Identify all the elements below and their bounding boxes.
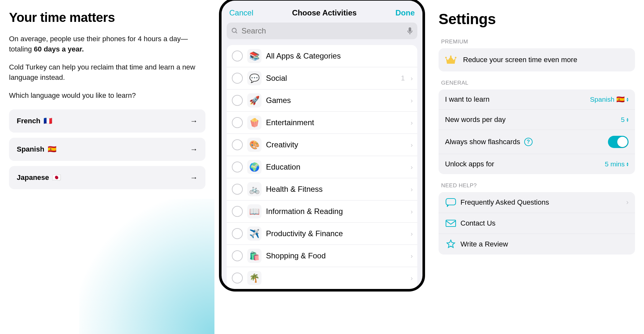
category-icon: 📚 <box>247 49 261 63</box>
activity-row[interactable]: 🌴› <box>227 267 417 289</box>
premium-section-header: PREMIUM <box>441 39 632 45</box>
activity-row[interactable]: ✈️Productivity & Finance› <box>227 223 417 245</box>
onboarding-question: Which language would you like to learn? <box>9 90 205 101</box>
radio-unchecked[interactable] <box>232 206 243 217</box>
chevron-right-icon: › <box>411 208 413 215</box>
updown-icon: ▴▾ <box>627 117 629 122</box>
radio-unchecked[interactable] <box>232 162 243 172</box>
crown-icon <box>445 55 457 64</box>
flag-japan-icon: 🇯🇵 <box>52 173 61 182</box>
language-option-spanish[interactable]: Spanish🇪🇸 → <box>9 138 205 161</box>
help-settings-group: Frequently Asked Questions › Contact Us … <box>439 192 635 255</box>
chevron-right-icon: › <box>626 198 629 207</box>
updown-icon: ▴▾ <box>627 97 629 102</box>
mic-icon[interactable] <box>407 27 413 35</box>
svg-point-0 <box>232 28 236 32</box>
svg-point-4 <box>450 56 452 57</box>
flag-france-icon: 🇫🇷 <box>43 117 52 125</box>
done-button[interactable]: Done <box>395 8 415 17</box>
activity-row[interactable]: 📖Information & Reading› <box>227 200 417 223</box>
svg-line-1 <box>236 32 237 33</box>
chevron-right-icon: › <box>411 252 413 260</box>
chevron-right-icon: › <box>411 119 413 126</box>
svg-rect-2 <box>409 27 411 32</box>
activity-label: Creativity <box>266 140 406 149</box>
premium-text: Reduce your screen time even more <box>463 56 577 64</box>
help-review[interactable]: Write a Review <box>439 234 635 255</box>
activity-row[interactable]: 🚀Games› <box>227 89 417 112</box>
mail-icon <box>445 219 457 228</box>
search-bar[interactable] <box>227 23 417 39</box>
category-icon: 🚲 <box>247 182 261 196</box>
activity-label: Information & Reading <box>266 207 406 216</box>
setting-always-flashcards: Always show flashcards? <box>439 130 635 154</box>
modal-title: Choose Activities <box>292 8 357 17</box>
premium-card[interactable]: Reduce your screen time even more <box>439 48 635 71</box>
toggle-flashcards[interactable] <box>608 136 629 148</box>
category-icon: 🚀 <box>247 93 261 107</box>
language-option-japanese[interactable]: Japanese🇯🇵 → <box>9 166 205 189</box>
setting-unlock-duration[interactable]: Unlock apps for 5 mins▴▾ <box>439 154 635 174</box>
general-section-header: GENERAL <box>441 80 632 86</box>
category-icon: 🍿 <box>247 116 261 130</box>
category-icon: 🌴 <box>247 271 261 285</box>
activity-row[interactable]: 💬Social1› <box>227 67 417 89</box>
activity-row[interactable]: 🚲Health & Fitness› <box>227 178 417 200</box>
flag-spain-icon: 🇪🇸 <box>48 145 56 153</box>
chevron-right-icon: › <box>411 274 413 282</box>
activity-row[interactable]: 🍿Entertainment› <box>227 112 417 134</box>
activity-label: Social <box>266 74 396 83</box>
activity-label: All Apps & Categories <box>266 51 413 60</box>
radio-unchecked[interactable] <box>232 117 243 128</box>
radio-unchecked[interactable] <box>232 73 243 84</box>
chevron-right-icon: › <box>411 141 413 149</box>
activity-label: Education <box>266 162 406 172</box>
arrow-right-icon: → <box>190 116 198 125</box>
radio-unchecked[interactable] <box>232 95 243 106</box>
setting-learn-language[interactable]: I want to learn Spanish 🇪🇸▴▾ <box>439 89 635 110</box>
activity-label: Productivity & Finance <box>266 229 406 238</box>
language-option-french[interactable]: French🇫🇷 → <box>9 109 205 133</box>
activity-row[interactable]: 📚All Apps & Categories <box>227 45 417 67</box>
language-list: French🇫🇷 → Spanish🇪🇸 → Japanese🇯🇵 → <box>9 109 205 189</box>
help-faq[interactable]: Frequently Asked Questions › <box>439 192 635 213</box>
category-icon: 📖 <box>247 204 261 218</box>
gradient-decor <box>79 199 214 334</box>
activity-label: Games <box>266 96 406 105</box>
star-icon <box>445 240 457 249</box>
radio-unchecked[interactable] <box>232 250 243 261</box>
cancel-button[interactable]: Cancel <box>229 8 253 17</box>
search-icon <box>231 27 238 34</box>
chevron-right-icon: › <box>411 163 413 171</box>
activity-list: 📚All Apps & Categories💬Social1›🚀Games›🍿E… <box>227 45 417 289</box>
settings-title: Settings <box>439 10 635 28</box>
help-section-header: NEED HELP? <box>441 182 632 189</box>
activity-row[interactable]: 🌍Education› <box>227 156 417 178</box>
modal-header: Cancel Choose Activities Done <box>222 1 422 23</box>
category-icon: 🌍 <box>247 160 261 174</box>
radio-unchecked[interactable] <box>232 228 243 239</box>
help-icon[interactable]: ? <box>524 138 533 146</box>
help-contact[interactable]: Contact Us <box>439 213 635 234</box>
svg-point-3 <box>445 57 447 59</box>
category-icon: 🛍️ <box>247 249 261 263</box>
activity-label: Entertainment <box>266 118 406 127</box>
onboarding-para1: On average, people use their phones for … <box>9 34 205 54</box>
setting-words-per-day[interactable]: New words per day 5▴▾ <box>439 110 635 130</box>
updown-icon: ▴▾ <box>627 162 629 166</box>
activity-row[interactable]: 🎨Creativity› <box>227 134 417 156</box>
activity-label: Health & Fitness <box>266 185 406 194</box>
activity-row[interactable]: 🛍️Shopping & Food› <box>227 245 417 267</box>
chevron-right-icon: › <box>411 230 413 237</box>
radio-unchecked[interactable] <box>232 51 243 61</box>
category-icon: 💬 <box>247 71 261 85</box>
radio-unchecked[interactable] <box>232 139 243 150</box>
activity-count: 1 <box>401 74 405 82</box>
arrow-right-icon: → <box>190 145 198 154</box>
radio-unchecked[interactable] <box>232 273 243 283</box>
chevron-right-icon: › <box>411 186 413 193</box>
radio-unchecked[interactable] <box>232 184 243 195</box>
search-input[interactable] <box>242 26 404 35</box>
onboarding-panel: Your time matters On average, people use… <box>0 0 214 334</box>
svg-point-5 <box>455 57 457 59</box>
